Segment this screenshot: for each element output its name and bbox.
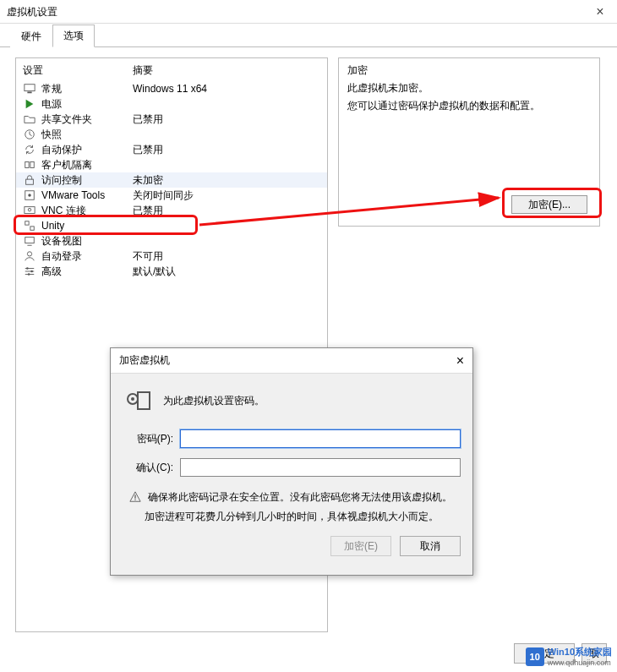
setting-label: Unity <box>41 220 133 232</box>
encryption-description: 您可以通过密码保护虚拟机的数据和配置。 <box>339 97 599 115</box>
setting-summary: 关闭时间同步 <box>133 188 320 203</box>
clock-icon <box>23 128 36 140</box>
tab-options[interactable]: 选项 <box>52 25 95 47</box>
device-icon <box>23 235 36 247</box>
setting-label: 自动保护 <box>41 143 133 157</box>
svg-rect-6 <box>26 179 34 184</box>
isolation-icon <box>23 159 36 171</box>
lock-icon <box>23 174 36 186</box>
user-icon <box>23 250 36 262</box>
monitor-icon <box>23 83 36 95</box>
svg-point-16 <box>30 270 33 273</box>
setting-label: 设备视图 <box>41 234 133 249</box>
setting-label: 高级 <box>41 265 133 279</box>
content-area: 设置 摘要 常规 Windows 11 x64 电源 共享文件夹 已禁用 快照 … <box>0 47 617 631</box>
dialog-encrypt-button[interactable]: 加密(E) <box>330 536 391 556</box>
svg-rect-21 <box>138 392 150 409</box>
watermark: 10 Win10系统家园 www.qdhuajin.com <box>526 646 612 667</box>
setting-row-guest-isolation[interactable]: 客户机隔离 <box>16 157 327 172</box>
encryption-status: 此虚拟机未加密。 <box>339 79 599 97</box>
dialog-title: 加密虚拟机 <box>119 353 170 368</box>
tab-hardware[interactable]: 硬件 <box>10 25 52 47</box>
dialog-heading: 为此虚拟机设置密码。 <box>163 394 265 408</box>
setting-row-snapshot[interactable]: 快照 <box>16 127 327 142</box>
vnc-icon <box>23 205 36 216</box>
setting-label: 访问控制 <box>41 173 133 188</box>
svg-point-15 <box>26 267 29 270</box>
svg-rect-1 <box>27 92 31 94</box>
setting-row-vmware-tools[interactable]: VMware Tools 关闭时间同步 <box>16 188 327 203</box>
svg-marker-2 <box>26 100 34 109</box>
setting-row-shared-folders[interactable]: 共享文件夹 已禁用 <box>16 112 327 127</box>
setting-row-autoprotect[interactable]: 自动保护 已禁用 <box>16 142 327 157</box>
setting-row-general[interactable]: 常规 Windows 11 x64 <box>16 81 327 96</box>
window-title: 虚拟机设置 <box>7 0 57 24</box>
setting-label: 常规 <box>41 82 133 96</box>
encrypt-button[interactable]: 加密(E)... <box>511 195 587 214</box>
svg-point-14 <box>27 252 31 256</box>
setting-row-autologin[interactable]: 自动登录 不可用 <box>16 249 327 264</box>
setting-row-unity[interactable]: Unity <box>16 218 327 233</box>
col-setting: 设置 <box>23 63 133 78</box>
svg-point-10 <box>28 208 31 211</box>
unity-icon <box>23 220 36 232</box>
svg-point-20 <box>131 397 134 401</box>
svg-rect-5 <box>30 162 34 168</box>
setting-row-device-view[interactable]: 设备视图 <box>16 233 327 249</box>
setting-row-power[interactable]: 电源 <box>16 96 327 112</box>
setting-row-vnc[interactable]: VNC 连接 已禁用 <box>16 203 327 218</box>
setting-summary: 已禁用 <box>133 204 320 218</box>
dialog-note: 加密进程可花费几分钟到几小时的时间，具体视虚拟机大小而定。 <box>111 505 472 524</box>
encrypt-dialog: 加密虚拟机 × 为此虚拟机设置密码。 密码(P): 确认(C): 确保将此密码记… <box>110 347 473 576</box>
svg-point-8 <box>28 194 31 197</box>
dialog-titlebar: 加密虚拟机 × <box>111 348 472 374</box>
tools-icon <box>23 189 36 201</box>
svg-rect-4 <box>25 162 29 168</box>
encryption-panel: 加密 此虚拟机未加密。 您可以通过密码保护虚拟机的数据和配置。 加密(E)... <box>338 57 600 227</box>
warning-text: 确保将此密码记录在安全位置。没有此密码您将无法使用该虚拟机。 <box>148 490 452 505</box>
password-input[interactable] <box>180 429 461 448</box>
svg-rect-0 <box>25 85 35 91</box>
setting-label: 快照 <box>41 128 133 142</box>
svg-point-17 <box>28 273 30 276</box>
setting-summary: 已禁用 <box>133 112 320 127</box>
svg-rect-22 <box>134 494 135 498</box>
col-summary: 摘要 <box>133 63 320 78</box>
watermark-logo: 10 <box>526 647 544 666</box>
svg-rect-12 <box>30 227 34 230</box>
svg-rect-23 <box>134 500 135 500</box>
confirm-input[interactable] <box>180 458 461 477</box>
password-label: 密码(P): <box>123 432 173 446</box>
refresh-icon <box>23 144 36 156</box>
play-icon <box>23 98 36 110</box>
svg-rect-9 <box>25 207 35 214</box>
setting-label: VNC 连接 <box>41 204 133 218</box>
warning-icon <box>129 491 141 503</box>
titlebar: 虚拟机设置 × <box>0 0 617 24</box>
key-icon <box>123 385 153 416</box>
encryption-title: 加密 <box>339 58 599 79</box>
svg-rect-13 <box>25 238 35 243</box>
setting-summary: 不可用 <box>133 249 320 264</box>
confirm-label: 确认(C): <box>123 461 173 475</box>
setting-label: 自动登录 <box>41 249 133 264</box>
folder-icon <box>23 113 36 125</box>
setting-summary: 默认/默认 <box>133 265 320 279</box>
watermark-title: Win10系统家园 <box>548 647 612 657</box>
setting-summary: 已禁用 <box>133 143 320 157</box>
setting-label: 电源 <box>41 97 133 112</box>
setting-row-access-control[interactable]: 访问控制 未加密 <box>16 172 327 188</box>
tab-strip: 硬件 选项 <box>0 24 617 47</box>
setting-label: VMware Tools <box>41 189 133 201</box>
watermark-url: www.qdhuajin.com <box>548 658 612 667</box>
setting-label: 共享文件夹 <box>41 112 133 127</box>
setting-row-advanced[interactable]: 高级 默认/默认 <box>16 264 327 279</box>
sliders-icon <box>23 265 36 277</box>
dialog-cancel-button[interactable]: 取消 <box>400 536 461 556</box>
setting-label: 客户机隔离 <box>41 158 133 172</box>
dialog-close-icon[interactable]: × <box>456 353 464 369</box>
column-headers: 设置 摘要 <box>16 58 327 81</box>
svg-rect-11 <box>25 221 29 225</box>
setting-summary: 未加密 <box>133 173 320 188</box>
close-icon[interactable]: × <box>583 0 617 24</box>
